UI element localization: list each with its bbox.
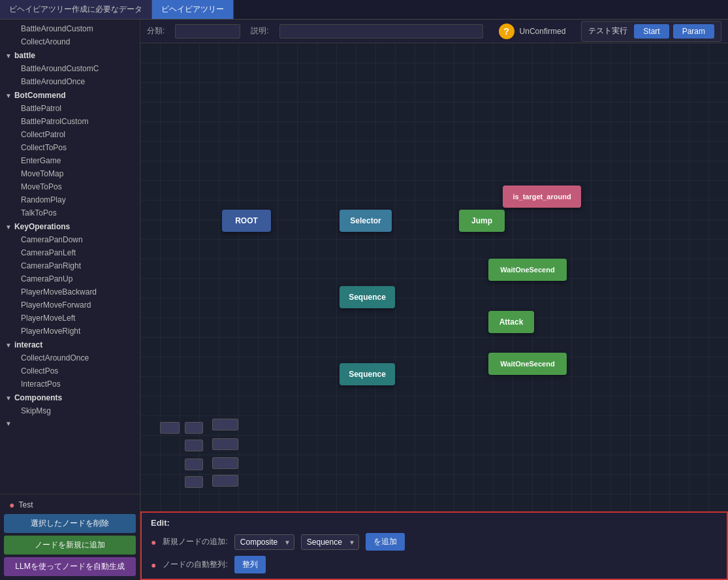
- chevron-down-icon: ▼: [5, 92, 12, 99]
- list-item[interactable]: SkipMsg: [0, 404, 140, 417]
- sidebar-item-unnamed[interactable]: ▼: [0, 417, 140, 429]
- unconfirmed-box: ? UnConfirmed: [494, 21, 571, 42]
- list-item[interactable]: PlayerMoveRight: [0, 325, 140, 338]
- test-label: Test: [18, 500, 33, 509]
- list-item[interactable]: CollectPos: [0, 364, 140, 378]
- edit-title: Edit:: [151, 518, 718, 528]
- description-input[interactable]: [279, 24, 483, 39]
- list-item[interactable]: BattleAroundOnce: [0, 75, 140, 88]
- list-item[interactable]: EnterGame: [0, 154, 140, 167]
- chevron-down-icon: ▼: [5, 52, 12, 59]
- chevron-down-icon: ▼: [5, 420, 12, 427]
- param-button[interactable]: Param: [673, 24, 714, 39]
- add-node-button[interactable]: ノードを新規に追加: [4, 536, 136, 555]
- delete-node-button[interactable]: 選択したノードを削除: [4, 514, 136, 533]
- bt-node-wait2[interactable]: WaitOneSecend: [488, 353, 567, 375]
- list-item[interactable]: BattleAroundCustom: [0, 22, 140, 35]
- tab-bar: ビヘイビアツリー作成に必要なデータ ビヘイビアツリー: [0, 0, 728, 20]
- edit-row-arrange: ● ノードの自動整列: 整列: [151, 556, 718, 573]
- bullet-icon: ●: [151, 560, 156, 570]
- auto-arrange-label: ノードの自動整列:: [163, 559, 227, 570]
- list-item[interactable]: RandomPlay: [0, 193, 140, 206]
- sidebar-item-keyops[interactable]: ▼ KeyOperations: [0, 219, 140, 233]
- edit-row-new-node: ● 新規ノードの追加: Composite Decorator Task Seq…: [151, 533, 718, 551]
- list-item[interactable]: CollectAround: [0, 35, 140, 48]
- list-item[interactable]: BattlePatrolCustom: [0, 115, 140, 128]
- list-item[interactable]: PlayerMoveLeft: [0, 312, 140, 325]
- tab-data[interactable]: ビヘイビアツリー作成に必要なデータ: [0, 0, 152, 19]
- mini-node-5[interactable]: [212, 438, 238, 450]
- sidebar-item-botcommend[interactable]: ▼ BotCommend: [0, 88, 140, 102]
- bullet-icon: ●: [9, 500, 14, 510]
- sidebar-item-battle[interactable]: ▼ battle: [0, 48, 140, 62]
- list-item[interactable]: CameraPanRight: [0, 259, 140, 272]
- start-button[interactable]: Start: [634, 24, 669, 39]
- mini-node-6[interactable]: [185, 459, 203, 470]
- list-item[interactable]: PlayerMoveBackward: [0, 285, 140, 298]
- bt-node-root[interactable]: ROOT: [222, 210, 271, 232]
- sidebar-item-interact[interactable]: ▼ interact: [0, 338, 140, 351]
- bt-node-jump[interactable]: Jump: [459, 210, 505, 232]
- mini-node-4[interactable]: [185, 440, 203, 451]
- list-item[interactable]: CollectToPos: [0, 141, 140, 154]
- list-item[interactable]: MoveToPos: [0, 180, 140, 193]
- right-panel: 分類: 説明: ? UnConfirmed テスト実行 Start Param: [140, 20, 728, 580]
- list-item[interactable]: BattleAroundCustomC: [0, 62, 140, 75]
- unconfirmed-text: UnConfirmed: [520, 27, 566, 36]
- list-item[interactable]: InteractPos: [0, 378, 140, 391]
- question-icon: ?: [499, 24, 514, 39]
- mini-node-3[interactable]: [212, 419, 238, 430]
- bt-node-sequence1[interactable]: Sequence: [340, 286, 395, 308]
- mini-node-2[interactable]: [185, 422, 203, 434]
- new-node-label: 新規ノードの追加:: [163, 536, 227, 547]
- mini-node-9[interactable]: [212, 475, 238, 487]
- category-label: 分類:: [147, 25, 165, 37]
- list-item[interactable]: CollectPatrol: [0, 128, 140, 141]
- list-item[interactable]: MoveToMap: [0, 167, 140, 180]
- category-input[interactable]: [175, 24, 240, 39]
- bt-node-is-target[interactable]: is_target_around: [503, 185, 581, 208]
- bt-node-sequence2[interactable]: Sequence: [340, 363, 395, 385]
- sequence-select-wrap: Sequence Selector Parallel: [301, 534, 359, 550]
- list-item[interactable]: CameraPanUp: [0, 272, 140, 285]
- list-item[interactable]: CameraPanDown: [0, 233, 140, 246]
- bullet-icon: ●: [151, 537, 156, 547]
- bt-node-selector[interactable]: Selector: [340, 210, 392, 232]
- bt-node-wait1[interactable]: WaitOneSecend: [488, 259, 567, 281]
- mini-node-8[interactable]: [185, 476, 203, 488]
- list-item[interactable]: CameraPanLeft: [0, 246, 140, 259]
- chevron-down-icon: ▼: [5, 223, 12, 231]
- desc-label: 説明:: [251, 25, 268, 37]
- list-item[interactable]: BattlePatrol: [0, 102, 140, 115]
- list-item[interactable]: CollectAroundOnce: [0, 351, 140, 364]
- sidebar-item-components[interactable]: ▼ Components: [0, 391, 140, 404]
- test-panel-label: テスト実行: [588, 25, 627, 37]
- chevron-down-icon: ▼: [5, 395, 12, 402]
- sidebar-tree[interactable]: BattleAroundCustom CollectAround ▼ battl…: [0, 20, 140, 494]
- test-panel: テスト実行 Start Param: [581, 21, 721, 42]
- llm-node-button[interactable]: LLMを使ってノードを自動生成: [4, 557, 136, 576]
- add-button[interactable]: を追加: [366, 533, 405, 551]
- sequence-select[interactable]: Sequence Selector Parallel: [301, 534, 359, 550]
- edit-bar: Edit: ● 新規ノードの追加: Composite Decorator Ta…: [140, 511, 728, 580]
- bt-node-attack[interactable]: Attack: [488, 311, 534, 333]
- test-row: ● Test: [4, 498, 136, 511]
- mini-node-1[interactable]: [160, 422, 180, 434]
- sidebar-bottom: ● Test 選択したノードを削除 ノードを新規に追加 LLMを使ってノードを自…: [0, 494, 140, 580]
- canvas-area[interactable]: ROOT Selector is_target_around Jump Wait…: [140, 43, 728, 511]
- chevron-down-icon: ▼: [5, 342, 12, 349]
- list-item[interactable]: TalkToPos: [0, 206, 140, 219]
- info-bar: 分類: 説明: ? UnConfirmed テスト実行 Start Param: [140, 20, 728, 43]
- mini-node-7[interactable]: [212, 457, 238, 469]
- tab-bt[interactable]: ビヘイビアツリー: [152, 0, 234, 19]
- main-layout: BattleAroundCustom CollectAround ▼ battl…: [0, 20, 728, 580]
- sidebar: BattleAroundCustom CollectAround ▼ battl…: [0, 20, 140, 580]
- list-item[interactable]: PlayerMoveForward: [0, 298, 140, 312]
- composite-select-wrap: Composite Decorator Task: [234, 534, 294, 550]
- arrange-button[interactable]: 整列: [234, 556, 266, 573]
- composite-select[interactable]: Composite Decorator Task: [234, 534, 294, 550]
